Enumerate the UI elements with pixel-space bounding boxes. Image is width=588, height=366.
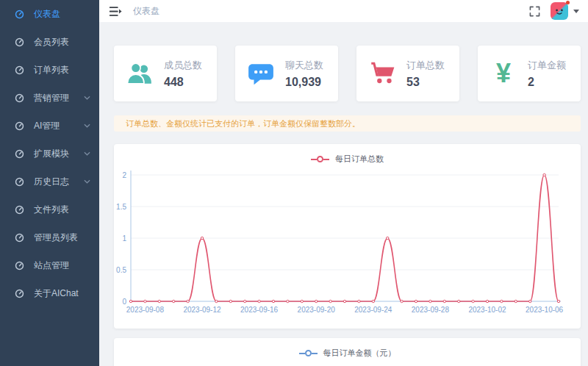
svg-text:2023-10-06: 2023-10-06 <box>526 306 564 314</box>
dashboard-icon <box>15 149 24 159</box>
stat-card: 聊天总数10,939 <box>235 46 338 101</box>
svg-text:0: 0 <box>122 298 126 306</box>
chevron-down-icon <box>84 179 90 184</box>
svg-text:0.5: 0.5 <box>116 266 126 274</box>
svg-text:2023-09-12: 2023-09-12 <box>183 306 221 314</box>
daily-orders-chart-card: 每日订单总数 00.511.522023-09-082023-09-122023… <box>114 144 581 329</box>
svg-text:2023-09-08: 2023-09-08 <box>126 306 165 314</box>
legend-circle-icon <box>317 156 323 162</box>
sidebar-item[interactable]: 营销管理 <box>0 84 99 112</box>
topbar-right <box>529 2 579 20</box>
daily-orders-line-chart[interactable]: 00.511.522023-09-082023-09-122023-09-162… <box>114 166 581 324</box>
sidebar-item-label: 历史日志 <box>34 176 69 188</box>
dashboard-icon <box>15 205 24 215</box>
legend-line <box>323 159 329 160</box>
svg-text:1: 1 <box>122 234 126 243</box>
stat-card: ¥订单金额2 <box>478 46 581 101</box>
dashboard-content: 成员总数448聊天总数10,939订单总数53¥订单金额2 订单总数、金额仅统计… <box>99 22 588 366</box>
legend-label: 每日订单总数 <box>335 154 384 165</box>
svg-text:2: 2 <box>122 171 126 179</box>
sidebar-item-label: 站点管理 <box>34 259 69 272</box>
dashboard-icon <box>15 177 24 187</box>
hamburger-icon[interactable] <box>109 6 122 17</box>
topbar: 仪表盘 <box>99 0 588 22</box>
sidebar-item[interactable]: 订单列表 <box>0 56 99 84</box>
sidebar-item-label: 文件列表 <box>34 204 69 216</box>
stat-value: 10,939 <box>285 76 326 89</box>
svg-text:2023-09-16: 2023-09-16 <box>240 306 279 314</box>
stat-value: 53 <box>406 76 448 89</box>
cart-icon <box>368 60 396 87</box>
sidebar-item[interactable]: 关于AIChat <box>0 279 99 307</box>
sidebar-item[interactable]: 扩展模块 <box>0 140 99 168</box>
sidebar-item-label: 仪表盘 <box>34 8 60 21</box>
legend-line <box>311 159 317 160</box>
yen-icon: ¥ <box>490 60 517 87</box>
stat-label: 订单金额 <box>528 59 569 72</box>
legend-line <box>299 353 305 354</box>
sidebar-item-label: 关于AIChat <box>34 287 79 300</box>
stat-card: 订单总数53 <box>356 46 459 101</box>
stat-value: 448 <box>164 76 205 89</box>
dashboard-icon <box>15 10 24 19</box>
stat-label: 成员总数 <box>164 59 205 72</box>
sidebar-item[interactable]: AI管理 <box>0 112 99 140</box>
legend-circle-icon <box>305 350 312 356</box>
app-window: 仪表盘会员列表订单列表营销管理AI管理扩展模块历史日志文件列表管理员列表站点管理… <box>0 0 588 366</box>
sidebar: 仪表盘会员列表订单列表营销管理AI管理扩展模块历史日志文件列表管理员列表站点管理… <box>0 0 99 366</box>
dashboard-icon <box>15 93 24 103</box>
sidebar-item[interactable]: 站点管理 <box>0 251 99 279</box>
sidebar-item-label: 会员列表 <box>34 36 69 49</box>
dashboard-icon <box>15 37 24 47</box>
chart-legend[interactable]: 每日订单总数 <box>114 144 581 165</box>
sidebar-item-label: 订单列表 <box>34 64 69 76</box>
notification-dot <box>566 1 570 4</box>
sidebar-item-label: AI管理 <box>34 120 60 132</box>
svg-text:2023-09-20: 2023-09-20 <box>298 306 336 314</box>
stat-label: 聊天总数 <box>285 59 326 72</box>
sidebar-item-label: 营销管理 <box>34 92 69 104</box>
sidebar-item-label: 扩展模块 <box>34 148 69 160</box>
chevron-down-icon <box>84 151 90 156</box>
svg-text:2023-10-02: 2023-10-02 <box>468 306 506 314</box>
chart-legend[interactable]: 每日订单金额（元） <box>114 338 581 359</box>
chevron-down-icon <box>84 96 90 100</box>
main-area: 仪表盘 <box>99 0 588 366</box>
stats-row: 成员总数448聊天总数10,939订单总数53¥订单金额2 <box>114 46 581 101</box>
daily-amount-chart-card: 每日订单金额（元） <box>114 338 581 366</box>
sidebar-item[interactable]: 管理员列表 <box>0 223 99 251</box>
yen-icon: ¥ <box>496 60 511 87</box>
caret-down-icon[interactable] <box>573 10 579 13</box>
dashboard-icon <box>15 261 24 270</box>
avatar[interactable] <box>551 2 568 20</box>
stat-card: 成员总数448 <box>114 46 217 101</box>
chat-icon <box>247 60 275 87</box>
stat-value: 2 <box>528 76 569 89</box>
alert-banner: 订单总数、金额仅统计已支付的订单，订单金额仅保留整数部分。 <box>114 115 581 132</box>
legend-label: 每日订单金额（元） <box>323 348 396 359</box>
sidebar-item[interactable]: 文件列表 <box>0 195 99 223</box>
sidebar-item[interactable]: 会员列表 <box>0 28 99 56</box>
stat-label: 订单总数 <box>406 59 448 72</box>
legend-line <box>312 353 318 354</box>
dashboard-icon <box>15 65 24 75</box>
sidebar-menu: 仪表盘会员列表订单列表营销管理AI管理扩展模块历史日志文件列表管理员列表站点管理… <box>0 0 99 307</box>
svg-text:2023-09-28: 2023-09-28 <box>412 306 450 314</box>
breadcrumb: 仪表盘 <box>133 5 159 18</box>
svg-text:1.5: 1.5 <box>116 203 126 211</box>
sidebar-item-label: 管理员列表 <box>34 232 78 244</box>
sidebar-item[interactable]: 仪表盘 <box>0 0 99 28</box>
dashboard-icon <box>15 233 24 243</box>
dashboard-icon <box>15 121 24 131</box>
dashboard-icon <box>15 289 24 298</box>
chevron-down-icon <box>84 123 90 128</box>
fullscreen-icon[interactable] <box>529 6 540 17</box>
users-icon <box>126 60 154 87</box>
svg-text:2023-09-24: 2023-09-24 <box>354 306 392 314</box>
sidebar-item[interactable]: 历史日志 <box>0 168 99 195</box>
